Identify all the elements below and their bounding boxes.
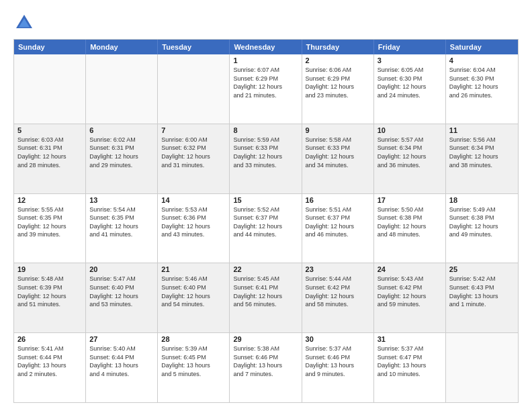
cell-info: Sunrise: 5:43 AM Sunset: 6:42 PM Dayligh… [378, 275, 442, 308]
calendar-cell: 23Sunrise: 5:44 AM Sunset: 6:42 PM Dayli… [302, 263, 374, 332]
calendar-cell: 21Sunrise: 5:46 AM Sunset: 6:40 PM Dayli… [158, 263, 230, 332]
calendar: SundayMondayTuesdayWednesdayThursdayFrid… [13, 39, 519, 403]
cell-info: Sunrise: 5:37 AM Sunset: 6:47 PM Dayligh… [378, 345, 442, 378]
cell-info: Sunrise: 5:55 AM Sunset: 6:35 PM Dayligh… [17, 205, 82, 239]
cell-info: Sunrise: 5:46 AM Sunset: 6:40 PM Dayligh… [161, 275, 226, 308]
calendar-cell: 26Sunrise: 5:41 AM Sunset: 6:44 PM Dayli… [14, 333, 86, 402]
calendar-cell: 30Sunrise: 5:37 AM Sunset: 6:46 PM Dayli… [302, 333, 374, 402]
day-number: 10 [378, 126, 442, 134]
day-number: 4 [449, 56, 515, 64]
calendar-cell: 9Sunrise: 5:58 AM Sunset: 6:33 PM Daylig… [302, 124, 374, 193]
calendar-cell: 20Sunrise: 5:47 AM Sunset: 6:40 PM Dayli… [86, 263, 158, 332]
calendar-cell: 25Sunrise: 5:42 AM Sunset: 6:43 PM Dayli… [446, 263, 518, 332]
calendar-cell: 4Sunrise: 6:04 AM Sunset: 6:30 PM Daylig… [446, 54, 518, 124]
header [13, 12, 519, 34]
cell-info: Sunrise: 6:03 AM Sunset: 6:31 PM Dayligh… [17, 136, 82, 169]
cell-info: Sunrise: 5:47 AM Sunset: 6:40 PM Dayligh… [89, 275, 154, 308]
calendar-cell: 1Sunrise: 6:07 AM Sunset: 6:29 PM Daylig… [230, 54, 302, 124]
calendar-cell: 14Sunrise: 5:53 AM Sunset: 6:36 PM Dayli… [158, 194, 230, 263]
cell-info: Sunrise: 5:53 AM Sunset: 6:36 PM Dayligh… [161, 205, 226, 239]
cell-info: Sunrise: 6:02 AM Sunset: 6:31 PM Dayligh… [89, 136, 154, 169]
cell-info: Sunrise: 5:56 AM Sunset: 6:34 PM Dayligh… [449, 136, 515, 169]
day-number: 14 [161, 196, 226, 204]
cell-info: Sunrise: 6:00 AM Sunset: 6:32 PM Dayligh… [161, 136, 226, 169]
calendar-row: 19Sunrise: 5:48 AM Sunset: 6:39 PM Dayli… [14, 263, 518, 332]
day-number: 1 [233, 56, 298, 64]
weekday-header: Tuesday [158, 40, 230, 54]
day-number: 11 [449, 126, 515, 134]
cell-info: Sunrise: 6:05 AM Sunset: 6:30 PM Dayligh… [378, 66, 442, 99]
cell-info: Sunrise: 5:40 AM Sunset: 6:44 PM Dayligh… [89, 345, 154, 378]
day-number: 31 [378, 335, 442, 343]
calendar-cell: 11Sunrise: 5:56 AM Sunset: 6:34 PM Dayli… [446, 124, 518, 193]
day-number: 8 [233, 126, 298, 134]
calendar-cell: 7Sunrise: 6:00 AM Sunset: 6:32 PM Daylig… [158, 124, 230, 193]
calendar-cell: 17Sunrise: 5:50 AM Sunset: 6:38 PM Dayli… [374, 194, 446, 263]
calendar-cell: 15Sunrise: 5:52 AM Sunset: 6:37 PM Dayli… [230, 194, 302, 263]
cell-info: Sunrise: 5:44 AM Sunset: 6:42 PM Dayligh… [306, 275, 370, 308]
day-number: 6 [89, 126, 154, 134]
cell-info: Sunrise: 6:04 AM Sunset: 6:30 PM Dayligh… [449, 66, 515, 99]
cell-info: Sunrise: 5:37 AM Sunset: 6:46 PM Dayligh… [306, 345, 370, 378]
calendar-cell [446, 333, 518, 402]
day-number: 24 [378, 265, 442, 273]
cell-info: Sunrise: 5:57 AM Sunset: 6:34 PM Dayligh… [378, 136, 442, 169]
calendar-cell: 19Sunrise: 5:48 AM Sunset: 6:39 PM Dayli… [14, 263, 86, 332]
cell-info: Sunrise: 5:38 AM Sunset: 6:46 PM Dayligh… [233, 345, 298, 378]
day-number: 13 [89, 196, 154, 204]
calendar-cell [14, 54, 86, 124]
day-number: 9 [306, 126, 370, 134]
cell-info: Sunrise: 5:52 AM Sunset: 6:37 PM Dayligh… [233, 205, 298, 239]
cell-info: Sunrise: 5:45 AM Sunset: 6:41 PM Dayligh… [233, 275, 298, 308]
calendar-cell: 13Sunrise: 5:54 AM Sunset: 6:35 PM Dayli… [86, 194, 158, 263]
calendar-header: SundayMondayTuesdayWednesdayThursdayFrid… [14, 40, 518, 54]
cell-info: Sunrise: 5:42 AM Sunset: 6:43 PM Dayligh… [449, 275, 515, 308]
calendar-cell: 6Sunrise: 6:02 AM Sunset: 6:31 PM Daylig… [86, 124, 158, 193]
weekday-header: Friday [374, 40, 446, 54]
cell-info: Sunrise: 5:41 AM Sunset: 6:44 PM Dayligh… [17, 345, 82, 378]
day-number: 16 [306, 196, 370, 204]
calendar-cell: 28Sunrise: 5:39 AM Sunset: 6:45 PM Dayli… [158, 333, 230, 402]
calendar-cell: 29Sunrise: 5:38 AM Sunset: 6:46 PM Dayli… [230, 333, 302, 402]
cell-info: Sunrise: 5:51 AM Sunset: 6:37 PM Dayligh… [306, 205, 370, 239]
weekday-header: Wednesday [230, 40, 302, 54]
weekday-header: Monday [86, 40, 158, 54]
calendar-cell: 18Sunrise: 5:49 AM Sunset: 6:38 PM Dayli… [446, 194, 518, 263]
day-number: 22 [233, 265, 298, 273]
day-number: 27 [89, 335, 154, 343]
day-number: 18 [449, 196, 515, 204]
calendar-cell: 10Sunrise: 5:57 AM Sunset: 6:34 PM Dayli… [374, 124, 446, 193]
calendar-cell [86, 54, 158, 124]
cell-info: Sunrise: 5:58 AM Sunset: 6:33 PM Dayligh… [306, 136, 370, 169]
day-number: 29 [233, 335, 298, 343]
day-number: 25 [449, 265, 515, 273]
calendar-cell: 22Sunrise: 5:45 AM Sunset: 6:41 PM Dayli… [230, 263, 302, 332]
calendar-row: 1Sunrise: 6:07 AM Sunset: 6:29 PM Daylig… [14, 54, 518, 124]
day-number: 20 [89, 265, 154, 273]
calendar-cell: 5Sunrise: 6:03 AM Sunset: 6:31 PM Daylig… [14, 124, 86, 193]
cell-info: Sunrise: 5:39 AM Sunset: 6:45 PM Dayligh… [161, 345, 226, 378]
calendar-cell: 2Sunrise: 6:06 AM Sunset: 6:29 PM Daylig… [302, 54, 374, 124]
page: SundayMondayTuesdayWednesdayThursdayFrid… [0, 0, 532, 411]
cell-info: Sunrise: 5:54 AM Sunset: 6:35 PM Dayligh… [89, 205, 154, 239]
cell-info: Sunrise: 5:49 AM Sunset: 6:38 PM Dayligh… [449, 205, 515, 239]
calendar-cell: 3Sunrise: 6:05 AM Sunset: 6:30 PM Daylig… [374, 54, 446, 124]
day-number: 23 [306, 265, 370, 273]
calendar-body: 1Sunrise: 6:07 AM Sunset: 6:29 PM Daylig… [14, 54, 518, 402]
day-number: 30 [306, 335, 370, 343]
day-number: 21 [161, 265, 226, 273]
cell-info: Sunrise: 6:07 AM Sunset: 6:29 PM Dayligh… [233, 66, 298, 99]
weekday-header: Saturday [446, 40, 518, 54]
day-number: 17 [378, 196, 442, 204]
cell-info: Sunrise: 5:50 AM Sunset: 6:38 PM Dayligh… [378, 205, 442, 239]
day-number: 19 [17, 265, 82, 273]
weekday-header: Thursday [302, 40, 374, 54]
calendar-cell: 16Sunrise: 5:51 AM Sunset: 6:37 PM Dayli… [302, 194, 374, 263]
logo [13, 12, 38, 34]
calendar-cell: 8Sunrise: 5:59 AM Sunset: 6:33 PM Daylig… [230, 124, 302, 193]
calendar-cell: 24Sunrise: 5:43 AM Sunset: 6:42 PM Dayli… [374, 263, 446, 332]
calendar-cell: 27Sunrise: 5:40 AM Sunset: 6:44 PM Dayli… [86, 333, 158, 402]
cell-info: Sunrise: 5:59 AM Sunset: 6:33 PM Dayligh… [233, 136, 298, 169]
calendar-cell: 31Sunrise: 5:37 AM Sunset: 6:47 PM Dayli… [374, 333, 446, 402]
calendar-row: 26Sunrise: 5:41 AM Sunset: 6:44 PM Dayli… [14, 332, 518, 402]
